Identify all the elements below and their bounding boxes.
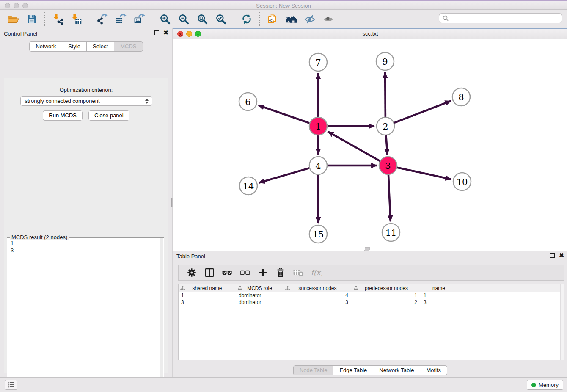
- result-scrollbar[interactable]: [160, 238, 163, 392]
- memory-status-icon: [531, 383, 536, 387]
- graph-edge-2-9[interactable]: [385, 72, 385, 117]
- control-panel-title: Control Panel: [4, 30, 37, 37]
- search-input[interactable]: [449, 15, 562, 22]
- graph-edge-2-8[interactable]: [394, 101, 451, 123]
- zoom-out-icon[interactable]: [177, 13, 190, 25]
- float-panel-icon[interactable]: [154, 30, 159, 35]
- graph-node-8[interactable]: 8: [452, 88, 470, 106]
- delete-table-icon: [292, 267, 305, 279]
- toolbar-separator: [89, 12, 89, 26]
- optimization-criterion-select[interactable]: strongly connected component: [20, 96, 152, 106]
- node-label: 3: [385, 161, 391, 171]
- tab-edge-table[interactable]: Edge Table: [333, 365, 373, 375]
- tab-node-table[interactable]: Node Table: [293, 365, 333, 375]
- tab-motifs[interactable]: Motifs: [420, 365, 447, 375]
- close-panel-button[interactable]: Close panel: [88, 110, 129, 121]
- attribute-tree-icon: [285, 286, 290, 290]
- zoom-selected-icon[interactable]: [215, 13, 227, 25]
- column-label: successor nodes: [298, 285, 336, 291]
- close-panel-icon[interactable]: ✖: [163, 30, 168, 35]
- hide-eye-icon[interactable]: [303, 13, 316, 25]
- graph-edge-2-3[interactable]: [386, 135, 387, 155]
- add-column-icon[interactable]: [256, 267, 269, 279]
- run-mcds-button[interactable]: Run MCDS: [43, 110, 83, 121]
- node-label: 14: [243, 181, 254, 191]
- table-row[interactable]: 3dominator323: [179, 299, 564, 306]
- import-network-icon[interactable]: [51, 13, 64, 25]
- tab-mcds[interactable]: MCDS: [114, 41, 143, 52]
- graph-node-9[interactable]: 9: [376, 52, 394, 70]
- application-window: Session: New Session Control Panel ✖ Net…: [0, 0, 567, 392]
- task-history-button[interactable]: [5, 380, 17, 390]
- column-header-shared-name[interactable]: shared name: [179, 284, 236, 292]
- status-bar: Memory: [0, 377, 567, 392]
- split-columns-icon[interactable]: [203, 267, 216, 279]
- delete-column-icon[interactable]: [274, 267, 287, 279]
- graph-node-6[interactable]: 6: [239, 93, 257, 110]
- list-icon: [7, 381, 15, 389]
- column-header-predecessor-nodes[interactable]: predecessor nodes: [352, 284, 421, 292]
- column-label: predecessor nodes: [365, 285, 408, 291]
- attribute-tree-icon: [354, 286, 358, 290]
- tab-network-table[interactable]: Network Table: [373, 365, 420, 375]
- graph-node-14[interactable]: 14: [239, 177, 257, 195]
- graph-edge-4-14[interactable]: [259, 168, 309, 183]
- show-eye-icon[interactable]: [322, 13, 335, 25]
- mcds-result-title: MCDS result (2 nodes): [10, 234, 69, 240]
- zoom-fit-icon[interactable]: [196, 13, 209, 25]
- graph-node-11[interactable]: 11: [382, 224, 400, 241]
- graph-node-1[interactable]: 1: [309, 117, 327, 135]
- copy-network-icon[interactable]: [266, 13, 279, 25]
- toolbar-separator: [259, 12, 260, 26]
- search-box[interactable]: [439, 13, 562, 23]
- zoom-in-icon[interactable]: [159, 13, 171, 25]
- network-view-window: x – + scc.txt 7968124314101511: [173, 28, 567, 251]
- export-image-icon[interactable]: [133, 13, 146, 25]
- table-cell: dominator: [236, 292, 284, 299]
- column-header-MCDS-role[interactable]: MCDS role: [236, 284, 284, 292]
- graph-node-10[interactable]: 10: [453, 173, 471, 190]
- graph-node-15[interactable]: 15: [309, 225, 327, 243]
- network-window-titlebar[interactable]: x – + scc.txt: [173, 29, 567, 39]
- graph-node-3[interactable]: 3: [379, 157, 397, 174]
- mcds-result-box: MCDS result (2 nodes) 13: [7, 237, 164, 392]
- graph-node-4[interactable]: 4: [309, 157, 327, 174]
- import-table-icon[interactable]: [70, 13, 83, 25]
- toolbar-separator: [152, 12, 152, 26]
- open-folder-icon[interactable]: [7, 13, 19, 25]
- tab-network[interactable]: Network: [29, 41, 62, 52]
- table-scrollbar[interactable]: [560, 284, 564, 360]
- graph-edge-3-10[interactable]: [397, 168, 451, 179]
- home-icon[interactable]: [285, 13, 297, 25]
- select-all-checkboxes-icon[interactable]: [221, 267, 234, 279]
- node-label: 2: [383, 121, 388, 132]
- graph-edge-3-1[interactable]: [328, 132, 380, 161]
- export-table-icon[interactable]: [114, 13, 127, 25]
- table-cell: 3: [421, 299, 457, 306]
- table-cell: dominator: [236, 299, 284, 306]
- memory-button[interactable]: Memory: [527, 380, 563, 390]
- graph-node-2[interactable]: 2: [377, 117, 394, 135]
- graph-node-7[interactable]: 7: [309, 53, 327, 71]
- node-label: 6: [245, 97, 250, 107]
- save-icon[interactable]: [25, 13, 38, 25]
- attribute-tree-icon: [238, 286, 242, 290]
- settings-gear-icon[interactable]: [185, 267, 198, 279]
- graph-edge-1-6[interactable]: [259, 105, 310, 123]
- column-header-successor-nodes[interactable]: successor nodes: [284, 284, 352, 292]
- mcds-result-line: 1: [11, 240, 160, 247]
- refresh-icon[interactable]: [240, 13, 253, 25]
- node-label: 7: [315, 58, 321, 68]
- column-header-name[interactable]: name: [421, 284, 457, 292]
- tab-select[interactable]: Select: [86, 41, 114, 52]
- deselect-all-checkboxes-icon[interactable]: [239, 267, 251, 279]
- export-network-icon[interactable]: [96, 13, 108, 25]
- attribute-tree-icon: [180, 286, 185, 290]
- tab-style[interactable]: Style: [62, 41, 86, 52]
- graph-edge-3-11[interactable]: [388, 175, 391, 221]
- table-row[interactable]: 1dominator411: [179, 292, 564, 299]
- table-close-icon[interactable]: ✖: [559, 253, 564, 258]
- table-cell: 1: [352, 292, 421, 299]
- network-canvas[interactable]: 7968124314101511: [173, 39, 567, 251]
- table-float-icon[interactable]: [550, 253, 555, 258]
